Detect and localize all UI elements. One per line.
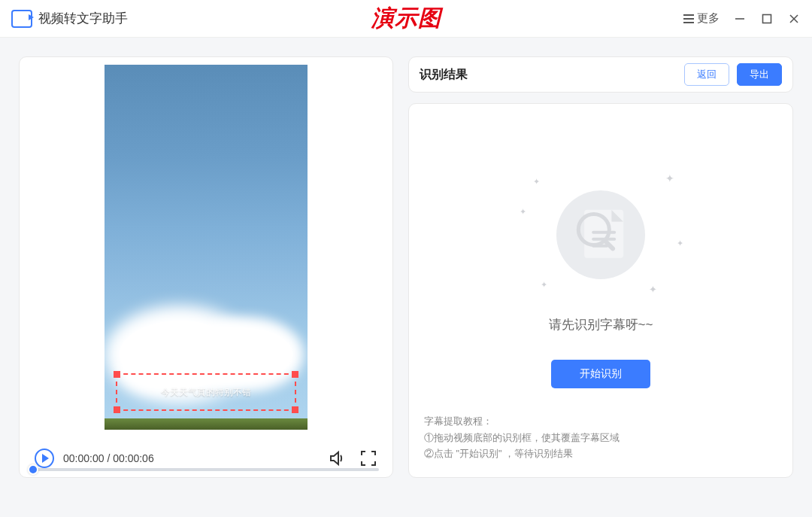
tutorial-step-1: ①拖动视频底部的识别框，使其覆盖字幕区域 (424, 430, 777, 446)
empty-text: 请先识别字幕呀~~ (549, 316, 653, 333)
video-controls: 00:00:00 / 00:00:06 (31, 439, 381, 477)
tutorial-step-2: ②点击 "开始识别" ，等待识别结果 (424, 446, 777, 462)
tutorial-text: 字幕提取教程： ①拖动视频底部的识别框，使其覆盖字幕区域 ②点击 "开始识别" … (424, 414, 777, 462)
maximize-icon (762, 14, 772, 24)
export-button[interactable]: 导出 (737, 63, 782, 86)
close-icon (788, 13, 800, 25)
demo-watermark: 演示图 (371, 3, 441, 34)
ground (105, 418, 308, 430)
subtitle-selection-box[interactable]: 今天天气真的特别不错 (116, 373, 296, 411)
app-logo-icon (11, 10, 32, 28)
video-frame: 今天天气真的特别不错 (105, 65, 308, 430)
play-button[interactable] (35, 449, 54, 468)
result-body: ✦ ✦ ✦ ✦ ✦ ✦ 请先识别字幕呀~~ (408, 103, 793, 478)
titlebar: 视频转文字助手 演示图 更多 (0, 0, 812, 38)
tutorial-title: 字幕提取教程： (424, 414, 777, 430)
progress-bar[interactable] (33, 468, 379, 471)
resize-handle-br[interactable] (292, 406, 298, 413)
menu-icon (683, 14, 694, 23)
progress-thumb[interactable] (28, 464, 38, 475)
video-preview[interactable]: 今天天气真的特别不错 (31, 65, 381, 439)
close-button[interactable] (787, 12, 801, 26)
star-icon: ✦ (533, 177, 540, 187)
minimize-button[interactable] (733, 12, 747, 26)
svg-rect-1 (763, 14, 771, 23)
back-button[interactable]: 返回 (684, 63, 729, 86)
more-label: 更多 (697, 11, 720, 26)
resize-handle-tr[interactable] (292, 371, 298, 378)
subtitle-text: 今天天气真的特别不错 (161, 386, 251, 399)
time-display: 00:00:00 / 00:00:06 (63, 452, 154, 464)
result-header-bar: 识别结果 返回 导出 (408, 56, 793, 93)
app-title: 视频转文字助手 (38, 10, 128, 27)
minimize-icon (734, 13, 746, 25)
result-title: 识别结果 (420, 67, 468, 83)
video-panel: 今天天气真的特别不错 00:00:00 / 00:00:06 (19, 56, 393, 478)
star-icon: ✦ (541, 280, 547, 290)
star-icon: ✦ (649, 284, 657, 295)
empty-illustration: ✦ ✦ ✦ ✦ ✦ ✦ (518, 171, 683, 299)
result-column: 识别结果 返回 导出 ✦ ✦ ✦ ✦ ✦ ✦ (408, 56, 793, 478)
fullscreen-icon[interactable] (359, 449, 377, 467)
resize-handle-bl[interactable] (114, 406, 120, 413)
more-button[interactable]: 更多 (683, 11, 720, 26)
app-logo-area: 视频转文字助手 (11, 10, 128, 28)
window-controls: 更多 (683, 11, 801, 26)
empty-state: ✦ ✦ ✦ ✦ ✦ ✦ 请先识别字幕呀~~ (424, 145, 777, 414)
maximize-button[interactable] (760, 12, 774, 26)
start-recognition-button[interactable]: 开始识别 (551, 360, 650, 388)
star-icon: ✦ (520, 207, 526, 217)
resize-handle-tl[interactable] (114, 371, 120, 378)
star-icon: ✦ (665, 172, 674, 184)
volume-icon[interactable] (328, 449, 346, 467)
main-content: 今天天气真的特别不错 00:00:00 / 00:00:06 识别结果 返回 导… (0, 38, 812, 517)
star-icon: ✦ (677, 239, 683, 248)
